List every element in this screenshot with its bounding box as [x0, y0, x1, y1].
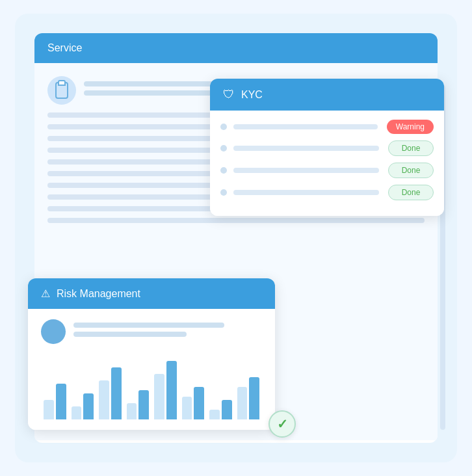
bar — [249, 377, 259, 419]
risk-card: ⚠ Risk Management — [28, 278, 275, 430]
kyc-row-2: Done — [220, 140, 434, 156]
kyc-row-4: Done — [220, 185, 434, 200]
risk-top-row — [41, 319, 262, 344]
done-badge-3: Done — [388, 185, 434, 200]
line-placeholder — [73, 323, 224, 328]
kyc-dot — [220, 167, 227, 174]
kyc-dot — [220, 189, 227, 196]
risk-card-header: ⚠ Risk Management — [28, 278, 275, 309]
bar — [194, 387, 204, 419]
bar-group — [72, 393, 94, 419]
bar-group — [44, 384, 66, 419]
bar — [209, 410, 220, 419]
risk-avatar — [41, 319, 66, 344]
service-title: Service — [47, 42, 82, 53]
bar — [44, 400, 54, 419]
kyc-card-header: 🛡 KYC — [210, 79, 444, 111]
outer-container: Service — [15, 14, 457, 462]
service-icon-circle — [47, 76, 76, 105]
kyc-line — [233, 124, 378, 129]
bar — [182, 397, 192, 419]
kyc-line — [233, 146, 379, 151]
done-badge-2: Done — [388, 163, 434, 178]
warning-triangle-icon: ⚠ — [41, 287, 50, 300]
bar — [111, 367, 122, 419]
kyc-card: 🛡 KYC Warning Done Done Done — [210, 79, 444, 216]
bar — [83, 393, 94, 419]
kyc-card-body: Warning Done Done Done — [210, 111, 444, 216]
service-card-header: Service — [34, 33, 438, 63]
done-badge-1: Done — [388, 140, 434, 156]
bar — [127, 403, 137, 419]
check-badge: ✓ — [269, 410, 296, 438]
kyc-title: KYC — [241, 89, 263, 101]
bar-group — [237, 377, 260, 419]
checkmark-icon: ✓ — [277, 416, 288, 432]
bar — [166, 361, 177, 419]
bar-group — [99, 367, 122, 419]
risk-text-lines — [73, 323, 262, 341]
bar — [154, 374, 164, 419]
warning-badge: Warning — [387, 120, 434, 134]
kyc-dot — [220, 145, 227, 152]
bar — [72, 406, 82, 419]
bar-group — [154, 361, 177, 419]
bg-line — [47, 218, 425, 223]
bar — [138, 390, 149, 419]
bar — [237, 387, 248, 419]
shield-icon: 🛡 — [223, 88, 235, 101]
bar — [56, 384, 66, 419]
bar-group — [209, 400, 232, 419]
bar-group — [182, 387, 205, 419]
bar-chart — [41, 354, 262, 419]
clipboard-icon — [55, 82, 68, 99]
kyc-row-1: Warning — [220, 120, 434, 134]
bar — [99, 380, 109, 419]
kyc-line — [233, 190, 379, 195]
kyc-dot — [220, 124, 227, 130]
risk-card-body — [28, 309, 275, 430]
risk-title: Risk Management — [57, 288, 140, 300]
kyc-line — [233, 168, 379, 173]
bar-group — [127, 390, 150, 419]
bar — [222, 400, 232, 419]
kyc-row-3: Done — [220, 163, 434, 178]
line-placeholder — [73, 332, 187, 337]
